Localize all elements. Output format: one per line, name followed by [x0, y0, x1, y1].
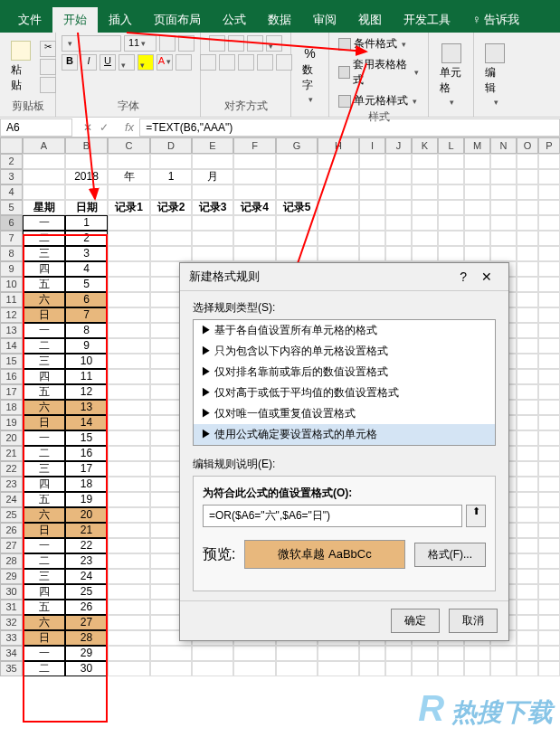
cell-G2[interactable] — [276, 154, 318, 169]
cell-A14[interactable]: 二 — [23, 338, 65, 354]
cell-B13[interactable]: 8 — [65, 323, 108, 338]
col-header-L[interactable]: L — [438, 137, 464, 154]
orientation-button[interactable] — [266, 35, 282, 52]
cell-B6[interactable]: 1 — [65, 215, 108, 231]
tab-formulas[interactable]: 公式 — [212, 7, 257, 33]
cell-A7[interactable]: 二 — [23, 231, 65, 246]
cell-J7[interactable] — [385, 231, 412, 246]
cell-A33[interactable]: 日 — [23, 630, 65, 646]
row-header-5[interactable]: 5 — [0, 200, 23, 215]
cell-A5[interactable]: 星期 — [23, 200, 65, 215]
cell-C32[interactable] — [108, 615, 150, 630]
cell-E5[interactable]: 记录3 — [192, 200, 233, 215]
range-selector-button[interactable]: ⬆ — [466, 505, 486, 527]
cell-F7[interactable] — [233, 231, 276, 246]
cell-L34[interactable] — [438, 646, 464, 661]
cell-O13[interactable] — [517, 323, 538, 338]
cell-B31[interactable]: 26 — [65, 600, 108, 615]
cell-A8[interactable]: 三 — [23, 246, 65, 261]
cell-L35[interactable] — [438, 661, 464, 676]
cell-C18[interactable] — [108, 400, 150, 415]
cell-M2[interactable] — [464, 154, 490, 169]
cancel-button[interactable]: 取消 — [449, 609, 498, 633]
cell-G5[interactable]: 记录5 — [276, 200, 318, 215]
format-button[interactable]: 格式(F)... — [414, 543, 486, 567]
cell-C23[interactable] — [108, 477, 150, 492]
cell-C33[interactable] — [108, 630, 150, 646]
cell-L3[interactable] — [438, 169, 464, 184]
row-header-28[interactable]: 28 — [0, 553, 23, 569]
cell-O34[interactable] — [517, 646, 538, 661]
cut-button[interactable]: ✂ — [40, 41, 56, 57]
row-header-12[interactable]: 12 — [0, 307, 23, 323]
row-header-13[interactable]: 13 — [0, 323, 23, 338]
cell-L7[interactable] — [438, 231, 464, 246]
cell-G6[interactable] — [276, 215, 318, 231]
col-header-D[interactable]: D — [150, 137, 192, 154]
cell-F34[interactable] — [233, 646, 276, 661]
cell-P29[interactable] — [538, 569, 560, 584]
cell-P19[interactable] — [538, 415, 560, 430]
cell-P9[interactable] — [538, 261, 560, 277]
cell-M6[interactable] — [464, 215, 490, 231]
conditional-format-button[interactable]: 条件格式 — [335, 35, 422, 52]
italic-button[interactable]: I — [81, 54, 97, 71]
rule-type-4[interactable]: ▶ 仅对唯一值或重复值设置格式 — [194, 403, 495, 424]
cell-C6[interactable] — [108, 215, 150, 231]
dialog-close-button[interactable]: ✕ — [474, 269, 499, 284]
cell-C29[interactable] — [108, 569, 150, 584]
cell-H2[interactable] — [318, 154, 359, 169]
cell-B23[interactable]: 18 — [65, 477, 108, 492]
cell-D2[interactable] — [150, 154, 192, 169]
cell-O24[interactable] — [517, 492, 538, 507]
cell-F35[interactable] — [233, 661, 276, 676]
cancel-icon[interactable]: ✕ — [83, 121, 92, 134]
cell-E8[interactable] — [192, 246, 233, 261]
cell-B28[interactable]: 23 — [65, 553, 108, 569]
cell-B34[interactable]: 29 — [65, 646, 108, 661]
cell-B9[interactable]: 4 — [65, 261, 108, 277]
cell-J3[interactable] — [385, 169, 412, 184]
cell-O11[interactable] — [517, 292, 538, 307]
rule-type-1[interactable]: ▶ 只为包含以下内容的单元格设置格式 — [194, 341, 495, 362]
cell-L5[interactable] — [438, 200, 464, 215]
rule-type-list[interactable]: ▶ 基于各自值设置所有单元格的格式▶ 只为包含以下内容的单元格设置格式▶ 仅对排… — [193, 319, 496, 446]
row-header-2[interactable]: 2 — [0, 154, 23, 169]
row-header-9[interactable]: 9 — [0, 261, 23, 277]
cell-P22[interactable] — [538, 461, 560, 477]
cell-K3[interactable] — [412, 169, 438, 184]
cell-I6[interactable] — [359, 215, 385, 231]
cell-M34[interactable] — [464, 646, 490, 661]
cell-G4[interactable] — [276, 184, 318, 200]
cell-M5[interactable] — [464, 200, 490, 215]
tab-review[interactable]: 审阅 — [302, 7, 347, 33]
align-right-button[interactable] — [238, 54, 254, 71]
cell-P31[interactable] — [538, 600, 560, 615]
cell-J34[interactable] — [385, 646, 412, 661]
border-button[interactable] — [119, 54, 135, 71]
cell-A23[interactable]: 四 — [23, 477, 65, 492]
align-middle-button[interactable] — [228, 35, 244, 52]
number-format-button[interactable]: % 数字 — [297, 43, 323, 108]
cell-B15[interactable]: 10 — [65, 354, 108, 369]
cell-F8[interactable] — [233, 246, 276, 261]
cell-K2[interactable] — [412, 154, 438, 169]
cell-P33[interactable] — [538, 630, 560, 646]
decrease-indent-button[interactable] — [257, 54, 273, 71]
cell-P3[interactable] — [538, 169, 560, 184]
cell-B17[interactable]: 12 — [65, 384, 108, 400]
cell-A35[interactable]: 二 — [23, 661, 65, 676]
row-header-21[interactable]: 21 — [0, 446, 23, 461]
name-box[interactable]: A6 — [0, 118, 72, 137]
cell-D7[interactable] — [150, 231, 192, 246]
enter-icon[interactable]: ✓ — [100, 121, 109, 134]
cell-C30[interactable] — [108, 584, 150, 600]
cell-H6[interactable] — [318, 215, 359, 231]
cell-P34[interactable] — [538, 646, 560, 661]
col-header-P[interactable]: P — [538, 137, 560, 154]
cell-M4[interactable] — [464, 184, 490, 200]
row-header-33[interactable]: 33 — [0, 630, 23, 646]
col-header-G[interactable]: G — [276, 137, 318, 154]
cell-B18[interactable]: 13 — [65, 400, 108, 415]
cell-O12[interactable] — [517, 307, 538, 323]
